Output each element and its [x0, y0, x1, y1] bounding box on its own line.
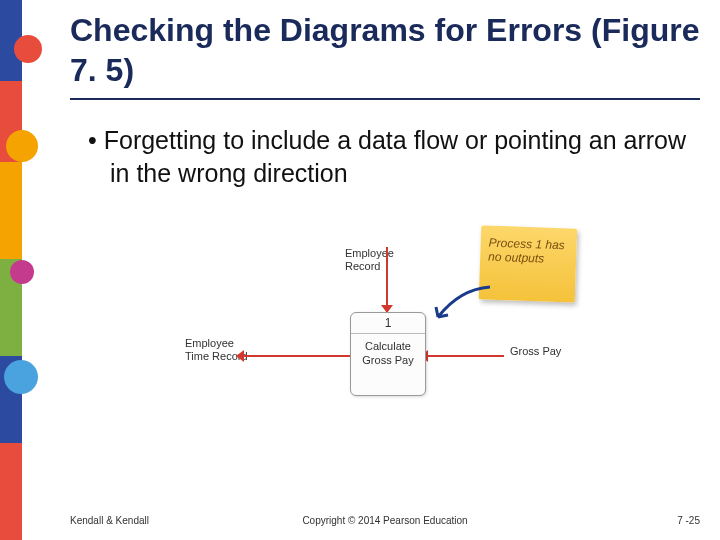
process-number: 1 [351, 313, 425, 334]
page-title: Checking the Diagrams for Errors (Figure… [70, 10, 700, 100]
flow-label-right: Gross Pay [510, 345, 570, 358]
process-name: Calculate Gross Pay [351, 334, 425, 374]
flow-label-left: Employee Time Record [185, 337, 255, 363]
decorative-dot [6, 130, 38, 162]
slide-content: Checking the Diagrams for Errors (Figure… [70, 10, 700, 522]
flow-label-top: Employee Record [345, 247, 415, 273]
dfd-error-diagram: Employee Record Employee Time Record Gro… [180, 217, 590, 427]
sticky-note-text: Process 1 has no outputs [488, 236, 565, 266]
flow-arrow-left [242, 355, 350, 357]
bullet-point: Forgetting to include a data flow or poi… [70, 124, 700, 189]
callout-arrow-icon [430, 279, 500, 319]
process-box: 1 Calculate Gross Pay [350, 312, 426, 396]
decorative-dot [10, 260, 34, 284]
footer-center: Copyright © 2014 Pearson Education [70, 515, 700, 526]
decorative-dot [14, 35, 42, 63]
arrowhead-left-icon [236, 350, 244, 362]
flow-arrow-top [386, 247, 388, 312]
slide-footer: Kendall & Kendall Copyright © 2014 Pears… [70, 515, 700, 526]
flow-arrow-right [426, 355, 504, 357]
decorative-dot [4, 360, 38, 394]
